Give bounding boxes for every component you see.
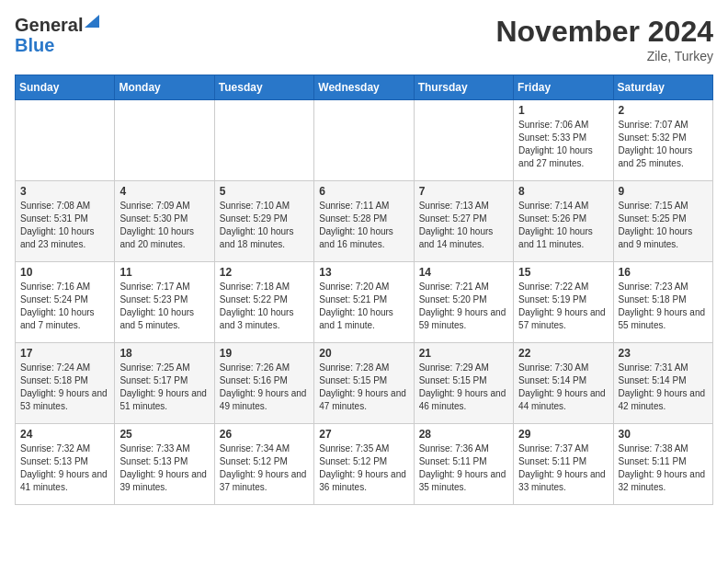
title-block: November 2024 Zile, Turkey xyxy=(495,15,713,63)
day-info: Sunrise: 7:32 AM Sunset: 5:13 PM Dayligh… xyxy=(20,442,109,494)
day-info: Sunrise: 7:36 AM Sunset: 5:11 PM Dayligh… xyxy=(419,442,508,494)
day-number: 4 xyxy=(119,185,209,198)
calendar-day-cell: 13Sunrise: 7:20 AM Sunset: 5:21 PM Dayli… xyxy=(314,262,414,343)
calendar-day-cell: 25Sunrise: 7:33 AM Sunset: 5:13 PM Dayli… xyxy=(115,424,214,505)
calendar-day-cell: 3Sunrise: 7:08 AM Sunset: 5:31 PM Daylig… xyxy=(16,181,115,262)
day-number: 21 xyxy=(419,347,508,360)
calendar-day-cell: 16Sunrise: 7:23 AM Sunset: 5:18 PM Dayli… xyxy=(613,262,712,343)
day-of-week-header: Saturday xyxy=(613,75,712,100)
location-subtitle: Zile, Turkey xyxy=(495,49,713,63)
day-number: 29 xyxy=(518,428,608,441)
day-number: 2 xyxy=(619,104,708,117)
day-number: 16 xyxy=(619,266,708,279)
calendar-header-row: SundayMondayTuesdayWednesdayThursdayFrid… xyxy=(16,75,713,100)
day-info: Sunrise: 7:23 AM Sunset: 5:18 PM Dayligh… xyxy=(619,281,708,332)
day-number: 30 xyxy=(619,428,708,441)
calendar-day-cell xyxy=(414,100,513,181)
day-of-week-header: Thursday xyxy=(414,75,513,100)
logo: General Blue xyxy=(15,15,83,55)
day-number: 3 xyxy=(20,185,109,198)
calendar-day-cell: 19Sunrise: 7:26 AM Sunset: 5:16 PM Dayli… xyxy=(214,343,313,424)
calendar-day-cell: 8Sunrise: 7:14 AM Sunset: 5:26 PM Daylig… xyxy=(514,181,613,262)
day-number: 18 xyxy=(119,347,209,360)
day-number: 7 xyxy=(419,185,508,198)
day-info: Sunrise: 7:30 AM Sunset: 5:14 PM Dayligh… xyxy=(518,362,608,413)
day-info: Sunrise: 7:31 AM Sunset: 5:14 PM Dayligh… xyxy=(619,362,708,413)
calendar-day-cell: 27Sunrise: 7:35 AM Sunset: 5:12 PM Dayli… xyxy=(314,424,414,505)
calendar-day-cell: 17Sunrise: 7:24 AM Sunset: 5:18 PM Dayli… xyxy=(16,343,115,424)
calendar-day-cell: 22Sunrise: 7:30 AM Sunset: 5:14 PM Dayli… xyxy=(514,343,613,424)
day-info: Sunrise: 7:20 AM Sunset: 5:21 PM Dayligh… xyxy=(319,281,408,332)
calendar-week-row: 1Sunrise: 7:06 AM Sunset: 5:33 PM Daylig… xyxy=(16,100,713,181)
day-number: 5 xyxy=(220,185,309,198)
day-number: 1 xyxy=(518,104,608,117)
day-of-week-header: Friday xyxy=(514,75,613,100)
day-number: 28 xyxy=(419,428,508,441)
day-number: 26 xyxy=(220,428,309,441)
day-number: 19 xyxy=(220,347,309,360)
day-info: Sunrise: 7:26 AM Sunset: 5:16 PM Dayligh… xyxy=(220,362,309,413)
logo-triangle-icon xyxy=(85,15,99,28)
calendar-day-cell: 20Sunrise: 7:28 AM Sunset: 5:15 PM Dayli… xyxy=(314,343,414,424)
page-header: General Blue November 2024 Zile, Turkey xyxy=(15,15,713,63)
calendar-day-cell: 28Sunrise: 7:36 AM Sunset: 5:11 PM Dayli… xyxy=(414,424,513,505)
day-info: Sunrise: 7:15 AM Sunset: 5:25 PM Dayligh… xyxy=(619,200,708,251)
day-number: 9 xyxy=(619,185,708,198)
day-info: Sunrise: 7:11 AM Sunset: 5:28 PM Dayligh… xyxy=(319,200,408,251)
logo-text-general: General xyxy=(15,15,83,35)
calendar-day-cell xyxy=(115,100,214,181)
calendar-day-cell: 23Sunrise: 7:31 AM Sunset: 5:14 PM Dayli… xyxy=(613,343,712,424)
calendar-day-cell: 15Sunrise: 7:22 AM Sunset: 5:19 PM Dayli… xyxy=(514,262,613,343)
calendar-day-cell xyxy=(314,100,414,181)
day-info: Sunrise: 7:08 AM Sunset: 5:31 PM Dayligh… xyxy=(20,200,109,251)
calendar-day-cell: 1Sunrise: 7:06 AM Sunset: 5:33 PM Daylig… xyxy=(514,100,613,181)
calendar-week-row: 17Sunrise: 7:24 AM Sunset: 5:18 PM Dayli… xyxy=(16,343,713,424)
calendar-day-cell xyxy=(214,100,313,181)
day-info: Sunrise: 7:18 AM Sunset: 5:22 PM Dayligh… xyxy=(220,281,309,332)
calendar-week-row: 24Sunrise: 7:32 AM Sunset: 5:13 PM Dayli… xyxy=(16,424,713,505)
calendar-day-cell: 11Sunrise: 7:17 AM Sunset: 5:23 PM Dayli… xyxy=(115,262,214,343)
logo-text-blue: Blue xyxy=(15,35,83,55)
calendar-day-cell: 26Sunrise: 7:34 AM Sunset: 5:12 PM Dayli… xyxy=(214,424,313,505)
day-info: Sunrise: 7:07 AM Sunset: 5:32 PM Dayligh… xyxy=(619,119,708,170)
day-info: Sunrise: 7:06 AM Sunset: 5:33 PM Dayligh… xyxy=(518,119,608,170)
day-number: 15 xyxy=(518,266,608,279)
day-number: 14 xyxy=(419,266,508,279)
day-info: Sunrise: 7:21 AM Sunset: 5:20 PM Dayligh… xyxy=(419,281,508,332)
day-info: Sunrise: 7:10 AM Sunset: 5:29 PM Dayligh… xyxy=(220,200,309,251)
day-number: 6 xyxy=(319,185,408,198)
day-info: Sunrise: 7:35 AM Sunset: 5:12 PM Dayligh… xyxy=(319,442,408,494)
day-info: Sunrise: 7:17 AM Sunset: 5:23 PM Dayligh… xyxy=(119,281,209,332)
day-number: 27 xyxy=(319,428,408,441)
day-of-week-header: Sunday xyxy=(16,75,115,100)
day-info: Sunrise: 7:25 AM Sunset: 5:17 PM Dayligh… xyxy=(119,362,209,413)
calendar-day-cell: 2Sunrise: 7:07 AM Sunset: 5:32 PM Daylig… xyxy=(613,100,712,181)
day-info: Sunrise: 7:13 AM Sunset: 5:27 PM Dayligh… xyxy=(419,200,508,251)
day-number: 13 xyxy=(319,266,408,279)
calendar-day-cell: 9Sunrise: 7:15 AM Sunset: 5:25 PM Daylig… xyxy=(613,181,712,262)
day-info: Sunrise: 7:09 AM Sunset: 5:30 PM Dayligh… xyxy=(119,200,209,251)
calendar-table: SundayMondayTuesdayWednesdayThursdayFrid… xyxy=(15,75,713,505)
day-info: Sunrise: 7:33 AM Sunset: 5:13 PM Dayligh… xyxy=(119,442,209,494)
calendar-day-cell: 30Sunrise: 7:38 AM Sunset: 5:11 PM Dayli… xyxy=(613,424,712,505)
calendar-week-row: 10Sunrise: 7:16 AM Sunset: 5:24 PM Dayli… xyxy=(16,262,713,343)
day-number: 24 xyxy=(20,428,109,441)
day-number: 11 xyxy=(119,266,209,279)
day-info: Sunrise: 7:28 AM Sunset: 5:15 PM Dayligh… xyxy=(319,362,408,413)
calendar-day-cell: 18Sunrise: 7:25 AM Sunset: 5:17 PM Dayli… xyxy=(115,343,214,424)
calendar-day-cell xyxy=(16,100,115,181)
day-info: Sunrise: 7:16 AM Sunset: 5:24 PM Dayligh… xyxy=(20,281,109,332)
calendar-day-cell: 7Sunrise: 7:13 AM Sunset: 5:27 PM Daylig… xyxy=(414,181,513,262)
day-info: Sunrise: 7:38 AM Sunset: 5:11 PM Dayligh… xyxy=(619,442,708,494)
day-info: Sunrise: 7:24 AM Sunset: 5:18 PM Dayligh… xyxy=(20,362,109,413)
day-info: Sunrise: 7:14 AM Sunset: 5:26 PM Dayligh… xyxy=(518,200,608,251)
calendar-day-cell: 29Sunrise: 7:37 AM Sunset: 5:11 PM Dayli… xyxy=(514,424,613,505)
day-of-week-header: Monday xyxy=(115,75,214,100)
day-number: 8 xyxy=(518,185,608,198)
calendar-week-row: 3Sunrise: 7:08 AM Sunset: 5:31 PM Daylig… xyxy=(16,181,713,262)
day-info: Sunrise: 7:37 AM Sunset: 5:11 PM Dayligh… xyxy=(518,442,608,494)
calendar-day-cell: 10Sunrise: 7:16 AM Sunset: 5:24 PM Dayli… xyxy=(16,262,115,343)
day-number: 25 xyxy=(119,428,209,441)
calendar-day-cell: 21Sunrise: 7:29 AM Sunset: 5:15 PM Dayli… xyxy=(414,343,513,424)
day-number: 10 xyxy=(20,266,109,279)
